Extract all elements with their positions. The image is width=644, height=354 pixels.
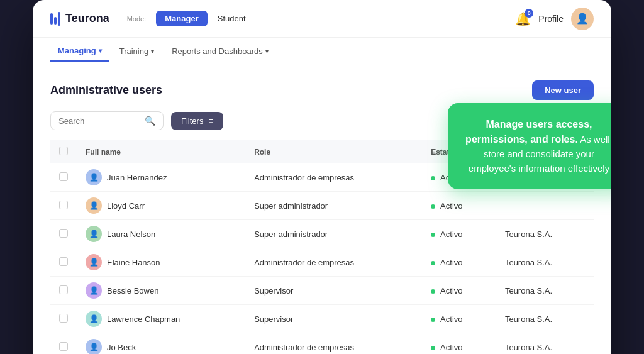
cell-fullname: 👤 Elaine Hanson (77, 248, 245, 277)
nav-actions: 🔔 0 Profile 👤 (515, 8, 594, 30)
user-avatar: 👤 (86, 282, 102, 299)
cell-role: Administrador de empresas (245, 333, 422, 355)
mode-manager-button[interactable]: Manager (156, 11, 207, 26)
user-avatar: 👤 (86, 226, 102, 242)
status-text: Activo (440, 258, 462, 267)
callout-bold: Manage users access, permissions, and ro… (465, 119, 592, 145)
logo-bar-3 (58, 12, 60, 26)
status-dot (431, 346, 435, 350)
row-checkbox[interactable] (59, 201, 68, 209)
subnav-managing-label: Managing (58, 46, 96, 55)
table-row[interactable]: 👤 Lloyd Carr Super administrador Activo (50, 192, 594, 220)
cell-role: Administrador de empresas (245, 248, 422, 277)
cell-company: Teurona S.A. (496, 333, 594, 355)
cell-company (496, 192, 594, 220)
user-avatar: 👤 (86, 169, 102, 185)
status-text: Activo (440, 343, 462, 352)
logo-text: Teurona (65, 12, 109, 25)
row-checkbox-cell (50, 277, 77, 305)
row-checkbox-cell (50, 192, 77, 220)
cell-role: Super administrador (245, 220, 422, 248)
top-nav: Teurona Mode: Manager Student 🔔 0 Profil… (33, 0, 611, 38)
subnav-reports-label: Reports and Dashboards (172, 47, 263, 56)
logo: Teurona (50, 12, 109, 26)
row-checkbox[interactable] (59, 342, 68, 351)
row-checkbox[interactable] (59, 229, 68, 238)
profile-label[interactable]: Profile (538, 14, 564, 24)
cell-fullname: 👤 Jo Beck (77, 333, 245, 355)
notification-bell[interactable]: 🔔 0 (515, 11, 531, 26)
cell-fullname: 👤 Lawrence Chapman (77, 305, 245, 333)
table-body: 👤 Juan Hernandez Administrador de empres… (50, 163, 594, 354)
logo-icon (50, 12, 60, 26)
header-checkbox-cell (50, 140, 77, 163)
row-checkbox-cell (50, 220, 77, 248)
table-row[interactable]: 👤 Elaine Hanson Administrador de empresa… (50, 248, 594, 277)
filter-lines-icon: ≡ (208, 116, 213, 126)
cell-status: Activo (422, 192, 496, 220)
cell-fullname: 👤 Juan Hernandez (77, 163, 245, 192)
cell-role: Supervisor (245, 277, 422, 305)
table-row[interactable]: 👤 Laura Nelson Super administrador Activ… (50, 220, 594, 248)
row-checkbox-cell (50, 305, 77, 333)
select-all-checkbox[interactable] (59, 147, 68, 155)
row-checkbox[interactable] (59, 314, 68, 323)
filters-button[interactable]: Filters ≡ (171, 112, 223, 130)
avatar[interactable]: 👤 (571, 8, 594, 30)
status-text: Activo (440, 286, 462, 296)
user-name: Lawrence Chapman (107, 314, 180, 324)
chevron-down-icon: ▾ (151, 48, 154, 55)
user-name: Laura Nelson (107, 230, 155, 239)
row-checkbox-cell (50, 333, 77, 355)
cell-status: Activo (422, 277, 496, 305)
col-fullname: Full name (77, 140, 245, 163)
table-row[interactable]: 👤 Lawrence Chapman Supervisor Activo Teu… (50, 305, 594, 333)
chevron-down-icon: ▾ (265, 48, 269, 55)
cell-status: Activo (422, 248, 496, 277)
cell-status: Activo (422, 220, 496, 248)
row-checkbox[interactable] (59, 285, 68, 294)
cell-role: Super administrador (245, 192, 422, 220)
user-avatar: 👤 (86, 311, 102, 327)
status-dot (431, 176, 435, 180)
table-row[interactable]: 👤 Jo Beck Administrador de empresas Acti… (50, 333, 594, 355)
row-checkbox[interactable] (59, 257, 68, 266)
user-name: Bessie Bowen (107, 286, 158, 296)
page-title: Administrative users (50, 84, 162, 97)
new-user-button[interactable]: New user (532, 80, 594, 100)
row-checkbox-cell (50, 163, 77, 192)
status-text: Activo (440, 201, 462, 211)
mode-student-button[interactable]: Student (218, 14, 246, 23)
user-name: Lloyd Carr (107, 201, 145, 211)
cell-status: Activo (422, 333, 496, 355)
cell-company: Teurona S.A. (496, 220, 594, 248)
status-text: Activo (440, 230, 462, 239)
user-name: Elaine Hanson (107, 258, 160, 267)
browser-frame: Teurona Mode: Manager Student 🔔 0 Profil… (33, 0, 611, 354)
cell-role: Administrador de empresas (245, 163, 422, 192)
cell-role: Supervisor (245, 305, 422, 333)
search-box[interactable]: 🔍 (50, 111, 164, 130)
notification-badge: 0 (525, 9, 533, 18)
user-name: Juan Hernandez (107, 173, 167, 182)
callout-box: Manage users access, permissions, and ro… (448, 103, 611, 189)
sub-nav: Managing ▾ Training ▾ Reports and Dashbo… (33, 38, 611, 65)
user-avatar: 👤 (86, 254, 102, 270)
status-dot (431, 318, 435, 322)
status-dot (431, 289, 435, 294)
subnav-item-reports[interactable]: Reports and Dashboards ▾ (164, 41, 276, 61)
main-content: Administrative users New user 🔍 Filters … (33, 65, 611, 354)
subnav-item-training[interactable]: Training ▾ (112, 41, 162, 61)
user-name: Jo Beck (107, 343, 136, 352)
status-dot (431, 233, 435, 237)
table-row[interactable]: 👤 Bessie Bowen Supervisor Activo Teurona… (50, 277, 594, 305)
search-input[interactable] (58, 116, 140, 126)
subnav-training-label: Training (119, 47, 148, 56)
row-checkbox[interactable] (59, 172, 68, 181)
col-role: Role (245, 140, 422, 163)
cell-fullname: 👤 Bessie Bowen (77, 277, 245, 305)
cell-company: Teurona S.A. (496, 277, 594, 305)
logo-bar-2 (54, 17, 57, 25)
subnav-item-managing[interactable]: Managing ▾ (50, 41, 109, 62)
status-dot (431, 204, 435, 209)
